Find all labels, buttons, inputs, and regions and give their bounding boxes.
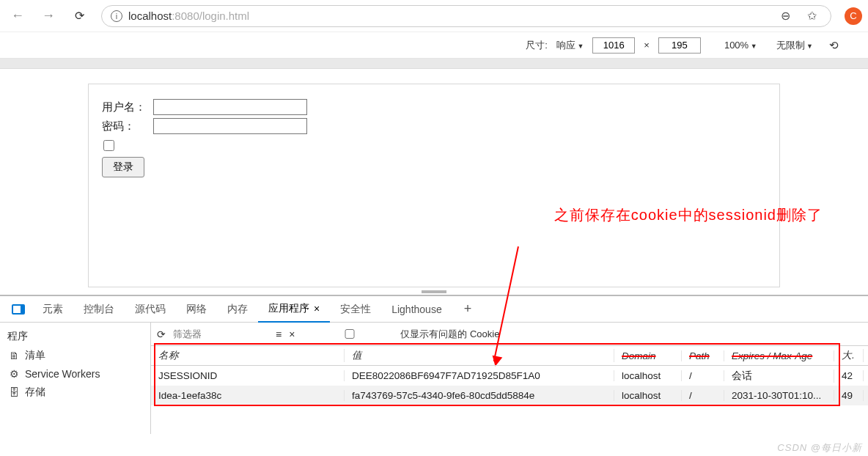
only-issues-toggle[interactable]: 仅显示有问题的 Cookie bbox=[302, 328, 499, 341]
dock-icon[interactable] bbox=[12, 304, 25, 315]
refresh-icon[interactable]: ⟳ bbox=[157, 328, 166, 340]
table-row[interactable]: JSESSIONID DEE8022086BF6947F7AD71925D85F… bbox=[151, 366, 868, 386]
tab-network[interactable]: 网络 bbox=[176, 296, 217, 323]
tab-security[interactable]: 安全性 bbox=[330, 296, 381, 323]
site-info-icon[interactable]: i bbox=[111, 10, 122, 22]
throttle-dropdown[interactable]: 无限制 bbox=[776, 39, 813, 52]
password-label: 密码： bbox=[102, 119, 150, 133]
drag-handle-icon[interactable] bbox=[422, 290, 446, 293]
tab-sources[interactable]: 源代码 bbox=[125, 296, 176, 323]
tab-elements[interactable]: 元素 bbox=[32, 296, 73, 323]
col-size[interactable]: 大. bbox=[834, 349, 864, 362]
col-name[interactable]: 名称 bbox=[151, 349, 345, 362]
close-tab-icon[interactable]: × bbox=[314, 303, 320, 315]
responsive-toolbar: 尺寸: 响应 × 100% 无限制 ⟲ bbox=[0, 32, 868, 59]
height-input[interactable] bbox=[658, 37, 701, 54]
filters-icon[interactable]: ≡ bbox=[276, 328, 282, 340]
sidebar-item-sw[interactable]: ⚙Service Workers bbox=[0, 365, 150, 383]
cookies-table: 名称 值 Domain Path Expires / Max-Age 大. JS… bbox=[151, 346, 868, 434]
filter-input[interactable] bbox=[173, 328, 268, 339]
address-bar[interactable]: i localhost:8080/login.html ⊖ ✩ bbox=[101, 5, 831, 27]
only-issues-checkbox[interactable] bbox=[302, 329, 397, 339]
sidebar-item-storage[interactable]: 🗄存储 bbox=[0, 383, 150, 402]
width-input[interactable] bbox=[592, 37, 635, 54]
table-row[interactable]: Idea-1eefa38c fa743769-57c5-4340-9fe6-80… bbox=[151, 386, 868, 405]
password-input[interactable] bbox=[153, 118, 307, 134]
x-separator: × bbox=[644, 40, 650, 51]
document-icon: 🗎 bbox=[9, 350, 19, 361]
sidebar-header: 程序 bbox=[0, 327, 150, 346]
col-expires[interactable]: Expires / Max-Age bbox=[724, 350, 834, 361]
responsive-mode-dropdown[interactable]: 响应 bbox=[556, 39, 584, 52]
login-button[interactable]: 登录 bbox=[102, 157, 144, 177]
tab-application[interactable]: 应用程序× bbox=[258, 296, 330, 323]
size-label: 尺寸: bbox=[526, 39, 548, 52]
username-label: 用户名： bbox=[102, 100, 150, 114]
tab-lighthouse[interactable]: Lighthouse bbox=[381, 296, 452, 323]
col-value[interactable]: 值 bbox=[345, 349, 614, 362]
annotation-text: 之前保存在cookie中的sessionid删除了 bbox=[554, 205, 823, 225]
sidebar-item-manifest[interactable]: 🗎清单 bbox=[0, 346, 150, 365]
col-domain[interactable]: Domain bbox=[614, 350, 682, 361]
page-frame: 用户名： 密码： 登录 bbox=[88, 84, 780, 287]
reload-icon[interactable]: ⟳ bbox=[67, 9, 91, 23]
devtools-sidebar: 程序 🗎清单 ⚙Service Workers 🗄存储 bbox=[0, 323, 151, 434]
tab-console[interactable]: 控制台 bbox=[73, 296, 125, 323]
filter-bar: ⟳ ≡ × 仅显示有问题的 Cookie bbox=[151, 323, 868, 346]
clear-icon[interactable]: × bbox=[289, 328, 295, 340]
username-input[interactable] bbox=[153, 99, 307, 115]
add-tab-icon[interactable]: + bbox=[452, 301, 484, 317]
ruler bbox=[0, 59, 868, 69]
devtools-tabs: 元素 控制台 源代码 网络 内存 应用程序× 安全性 Lighthouse + bbox=[0, 296, 868, 323]
watermark: CSDN @每日小新 bbox=[777, 441, 862, 455]
back-arrow-icon[interactable]: ← bbox=[6, 8, 29, 23]
col-path[interactable]: Path bbox=[682, 350, 724, 361]
gear-icon: ⚙ bbox=[9, 368, 19, 380]
storage-icon: 🗄 bbox=[9, 386, 19, 398]
favorite-icon[interactable]: ✩ bbox=[801, 9, 822, 23]
forward-arrow-icon[interactable]: → bbox=[37, 8, 60, 23]
rotate-icon[interactable]: ⟲ bbox=[829, 39, 839, 52]
zoom-dropdown[interactable]: 100% bbox=[724, 40, 757, 51]
url-text: localhost:8080/login.html bbox=[128, 10, 249, 22]
zoom-out-icon[interactable]: ⊖ bbox=[775, 9, 795, 23]
tab-memory[interactable]: 内存 bbox=[217, 296, 258, 323]
remember-checkbox[interactable] bbox=[103, 140, 114, 151]
extension-icon[interactable]: C bbox=[845, 7, 862, 25]
